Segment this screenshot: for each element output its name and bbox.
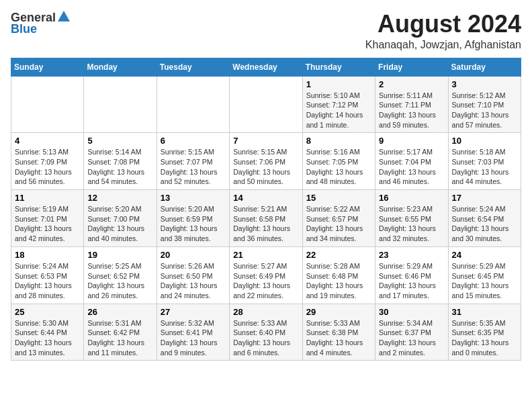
calendar-header-row: SundayMondayTuesdayWednesdayThursdayFrid… xyxy=(11,58,521,76)
column-header-saturday: Saturday xyxy=(448,58,521,76)
day-number: 20 xyxy=(161,250,226,260)
day-info: Sunrise: 5:29 AM Sunset: 6:45 PM Dayligh… xyxy=(452,261,517,301)
calendar-cell: 8Sunrise: 5:16 AM Sunset: 7:05 PM Daylig… xyxy=(302,133,375,190)
day-number: 24 xyxy=(452,250,517,260)
day-info: Sunrise: 5:28 AM Sunset: 6:48 PM Dayligh… xyxy=(306,261,371,301)
day-number: 11 xyxy=(15,193,80,203)
day-info: Sunrise: 5:16 AM Sunset: 7:05 PM Dayligh… xyxy=(306,147,371,187)
day-info: Sunrise: 5:17 AM Sunset: 7:04 PM Dayligh… xyxy=(379,147,444,187)
day-info: Sunrise: 5:10 AM Sunset: 7:12 PM Dayligh… xyxy=(306,91,371,130)
day-info: Sunrise: 5:21 AM Sunset: 6:58 PM Dayligh… xyxy=(233,204,298,244)
calendar-week-row: 18Sunrise: 5:24 AM Sunset: 6:53 PM Dayli… xyxy=(11,246,521,304)
day-info: Sunrise: 5:26 AM Sunset: 6:50 PM Dayligh… xyxy=(161,261,226,301)
calendar-cell: 14Sunrise: 5:21 AM Sunset: 6:58 PM Dayli… xyxy=(230,190,302,247)
calendar-cell: 28Sunrise: 5:33 AM Sunset: 6:40 PM Dayli… xyxy=(230,304,302,361)
calendar-week-row: 1Sunrise: 5:10 AM Sunset: 7:12 PM Daylig… xyxy=(11,76,521,133)
calendar-cell: 13Sunrise: 5:20 AM Sunset: 6:59 PM Dayli… xyxy=(157,190,229,247)
day-info: Sunrise: 5:29 AM Sunset: 6:46 PM Dayligh… xyxy=(379,261,444,301)
calendar-cell: 27Sunrise: 5:32 AM Sunset: 6:41 PM Dayli… xyxy=(157,304,229,361)
day-info: Sunrise: 5:31 AM Sunset: 6:42 PM Dayligh… xyxy=(87,318,152,358)
calendar-cell: 17Sunrise: 5:24 AM Sunset: 6:54 PM Dayli… xyxy=(448,190,521,247)
calendar-cell: 6Sunrise: 5:15 AM Sunset: 7:07 PM Daylig… xyxy=(157,133,229,190)
title-section: August 2024 Khanaqah, Jowzjan, Afghanist… xyxy=(365,11,521,51)
calendar-cell xyxy=(11,76,84,133)
calendar-cell: 10Sunrise: 5:18 AM Sunset: 7:03 PM Dayli… xyxy=(448,133,521,190)
day-info: Sunrise: 5:19 AM Sunset: 7:01 PM Dayligh… xyxy=(15,204,80,244)
day-info: Sunrise: 5:33 AM Sunset: 6:40 PM Dayligh… xyxy=(233,318,298,358)
day-number: 29 xyxy=(306,307,371,317)
day-info: Sunrise: 5:25 AM Sunset: 6:52 PM Dayligh… xyxy=(87,261,152,301)
calendar-cell: 19Sunrise: 5:25 AM Sunset: 6:52 PM Dayli… xyxy=(84,246,157,304)
day-info: Sunrise: 5:30 AM Sunset: 6:44 PM Dayligh… xyxy=(15,318,80,358)
day-info: Sunrise: 5:33 AM Sunset: 6:38 PM Dayligh… xyxy=(306,318,371,358)
day-info: Sunrise: 5:32 AM Sunset: 6:41 PM Dayligh… xyxy=(161,318,226,358)
calendar-cell: 21Sunrise: 5:27 AM Sunset: 6:49 PM Dayli… xyxy=(230,246,302,304)
day-info: Sunrise: 5:18 AM Sunset: 7:03 PM Dayligh… xyxy=(452,147,517,187)
day-number: 13 xyxy=(161,193,226,203)
day-info: Sunrise: 5:24 AM Sunset: 6:54 PM Dayligh… xyxy=(452,204,517,244)
column-header-monday: Monday xyxy=(84,58,157,76)
day-number: 10 xyxy=(452,136,517,146)
day-number: 8 xyxy=(306,136,371,146)
day-number: 6 xyxy=(161,136,226,146)
day-number: 31 xyxy=(452,307,517,317)
day-info: Sunrise: 5:34 AM Sunset: 6:37 PM Dayligh… xyxy=(379,318,444,358)
day-number: 15 xyxy=(306,193,371,203)
day-info: Sunrise: 5:12 AM Sunset: 7:10 PM Dayligh… xyxy=(452,91,517,130)
calendar-week-row: 25Sunrise: 5:30 AM Sunset: 6:44 PM Dayli… xyxy=(11,304,521,361)
logo-icon xyxy=(56,9,71,24)
calendar-cell: 23Sunrise: 5:29 AM Sunset: 6:46 PM Dayli… xyxy=(375,246,448,304)
day-number: 4 xyxy=(15,136,80,146)
day-number: 14 xyxy=(233,193,298,203)
calendar-cell: 24Sunrise: 5:29 AM Sunset: 6:45 PM Dayli… xyxy=(448,246,521,304)
header: General Blue August 2024 Khanaqah, Jowzj… xyxy=(11,11,521,51)
calendar-cell: 2Sunrise: 5:11 AM Sunset: 7:11 PM Daylig… xyxy=(375,76,448,133)
day-info: Sunrise: 5:15 AM Sunset: 7:06 PM Dayligh… xyxy=(233,147,298,187)
day-number: 19 xyxy=(87,250,152,260)
calendar-cell: 22Sunrise: 5:28 AM Sunset: 6:48 PM Dayli… xyxy=(302,246,375,304)
calendar-cell: 5Sunrise: 5:14 AM Sunset: 7:08 PM Daylig… xyxy=(84,133,157,190)
day-info: Sunrise: 5:13 AM Sunset: 7:09 PM Dayligh… xyxy=(15,147,80,187)
calendar-cell: 12Sunrise: 5:20 AM Sunset: 7:00 PM Dayli… xyxy=(84,190,157,247)
calendar-cell: 11Sunrise: 5:19 AM Sunset: 7:01 PM Dayli… xyxy=(11,190,84,247)
day-number: 9 xyxy=(379,136,444,146)
column-header-friday: Friday xyxy=(375,58,448,76)
calendar-cell: 31Sunrise: 5:35 AM Sunset: 6:35 PM Dayli… xyxy=(448,304,521,361)
day-number: 17 xyxy=(452,193,517,203)
day-info: Sunrise: 5:27 AM Sunset: 6:49 PM Dayligh… xyxy=(233,261,298,301)
column-header-thursday: Thursday xyxy=(302,58,375,76)
calendar-table: SundayMondayTuesdayWednesdayThursdayFrid… xyxy=(11,58,521,361)
day-info: Sunrise: 5:22 AM Sunset: 6:57 PM Dayligh… xyxy=(306,204,371,244)
day-number: 30 xyxy=(379,307,444,317)
day-number: 27 xyxy=(161,307,226,317)
day-number: 26 xyxy=(87,307,152,317)
day-number: 7 xyxy=(233,136,298,146)
day-number: 16 xyxy=(379,193,444,203)
day-info: Sunrise: 5:20 AM Sunset: 6:59 PM Dayligh… xyxy=(161,204,226,244)
calendar-cell: 1Sunrise: 5:10 AM Sunset: 7:12 PM Daylig… xyxy=(302,76,375,133)
logo-blue-text: Blue xyxy=(11,22,37,36)
day-number: 25 xyxy=(15,307,80,317)
calendar-cell: 30Sunrise: 5:34 AM Sunset: 6:37 PM Dayli… xyxy=(375,304,448,361)
logo: General Blue xyxy=(11,11,71,36)
calendar-cell xyxy=(84,76,157,133)
day-number: 3 xyxy=(452,79,517,89)
calendar-cell: 20Sunrise: 5:26 AM Sunset: 6:50 PM Dayli… xyxy=(157,246,229,304)
column-header-sunday: Sunday xyxy=(11,58,84,76)
calendar-cell: 15Sunrise: 5:22 AM Sunset: 6:57 PM Dayli… xyxy=(302,190,375,247)
page-title: August 2024 xyxy=(365,11,521,38)
day-info: Sunrise: 5:24 AM Sunset: 6:53 PM Dayligh… xyxy=(15,261,80,301)
day-number: 22 xyxy=(306,250,371,260)
calendar-cell xyxy=(157,76,229,133)
day-number: 5 xyxy=(87,136,152,146)
day-info: Sunrise: 5:23 AM Sunset: 6:55 PM Dayligh… xyxy=(379,204,444,244)
calendar-cell: 4Sunrise: 5:13 AM Sunset: 7:09 PM Daylig… xyxy=(11,133,84,190)
calendar-cell: 25Sunrise: 5:30 AM Sunset: 6:44 PM Dayli… xyxy=(11,304,84,361)
day-number: 21 xyxy=(233,250,298,260)
calendar-cell: 18Sunrise: 5:24 AM Sunset: 6:53 PM Dayli… xyxy=(11,246,84,304)
calendar-cell: 9Sunrise: 5:17 AM Sunset: 7:04 PM Daylig… xyxy=(375,133,448,190)
day-number: 2 xyxy=(379,79,444,89)
page-subtitle: Khanaqah, Jowzjan, Afghanistan xyxy=(365,39,521,51)
calendar-cell: 7Sunrise: 5:15 AM Sunset: 7:06 PM Daylig… xyxy=(230,133,302,190)
day-number: 18 xyxy=(15,250,80,260)
